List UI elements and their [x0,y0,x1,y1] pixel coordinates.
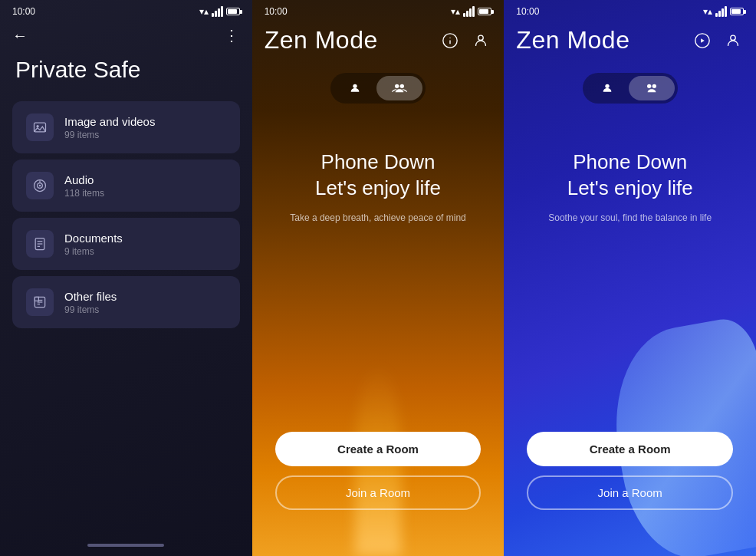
zen-title-3: Zen Mode [516,26,629,54]
svg-point-20 [731,35,735,40]
audio-name: Audio [64,173,104,186]
time-2: 10:00 [265,6,288,17]
menu-item-images[interactable]: Image and videos 99 items [12,101,240,153]
toggle-group-2 [330,73,426,104]
zen-top-bar-3: Zen Mode [504,23,756,54]
back-button[interactable]: ← [12,27,28,44]
zen-main-content-3: Phone Down Let's enjoy life Soothe your … [504,104,756,242]
zen-subtitle-2: Take a deep breath, achieve peace of min… [290,212,466,223]
wifi-icon-1: ▾▴ [199,6,209,17]
zen-profile-icon-3[interactable] [722,30,744,51]
toggle-solo-3[interactable] [586,76,629,100]
join-room-button-2[interactable]: Join a Room [275,475,482,510]
battery-icon-2 [478,8,491,15]
svg-point-4 [39,185,41,187]
zen-buttons-3: Create a Room Join a Room [504,432,756,510]
zen-info-icon-2[interactable] [439,30,461,51]
zen-subtitle-3: Soothe your soul, find the balance in li… [548,212,712,223]
wifi-icon-2: ▾▴ [451,6,460,17]
documents-count: 9 items [64,246,123,257]
zen-profile-icon-2[interactable] [470,30,491,51]
panel-zen-warm: 10:00 ▾▴ Zen Mode [252,0,505,556]
status-bar-1: 10:00 ▾▴ [0,0,252,23]
menu-item-documents[interactable]: Documents 9 items [12,218,240,270]
svg-point-23 [652,84,656,88]
wifi-icon-3: ▾▴ [703,6,712,17]
svg-point-21 [605,84,609,88]
documents-name: Documents [64,232,123,245]
signal-icon-1 [212,6,223,17]
documents-icon [26,230,54,258]
svg-point-22 [647,84,651,88]
images-count: 99 items [64,130,155,140]
more-options-button[interactable]: ⋮ [224,26,240,44]
status-icons-2: ▾▴ [451,6,491,17]
page-title: Private Safe [0,51,252,101]
zen-top-bar-2: Zen Mode [252,23,505,54]
documents-text: Documents 9 items [64,232,123,257]
zen-main-content-2: Phone Down Let's enjoy life Take a deep … [252,104,505,242]
panel-private-safe: 10:00 ▾▴ ← ⋮ Private Safe Imag [0,0,252,556]
battery-icon-1 [226,8,240,15]
create-room-button-2[interactable]: Create a Room [275,432,482,466]
toggle-solo-2[interactable] [334,76,376,100]
audio-icon [26,172,54,199]
zen-headline-3: Phone Down Let's enjoy life [567,150,693,202]
svg-point-18 [400,84,404,88]
status-bar-2: 10:00 ▾▴ [252,0,505,23]
images-text: Image and videos 99 items [64,115,155,140]
create-room-button-3[interactable]: Create a Room [527,432,733,466]
audio-count: 118 items [64,188,104,199]
svg-rect-13 [35,297,38,301]
menu-item-audio[interactable]: Audio 118 items [12,160,240,212]
top-bar-1: ← ⋮ [0,23,252,51]
signal-icon-2 [463,6,475,17]
zen-top-icons-3 [692,30,744,51]
status-bar-3: 10:00 ▾▴ [504,0,756,23]
toggle-group-3 [583,73,678,104]
zen-top-icons-2 [439,30,491,51]
battery-icon-3 [730,8,744,15]
other-files-icon [26,288,54,316]
audio-text: Audio 118 items [64,173,104,199]
status-icons-1: ▾▴ [199,6,240,17]
zen-headline-2: Phone Down Let's enjoy life [315,150,441,202]
menu-item-other[interactable]: Other files 99 items [12,276,240,328]
other-text: Other files 99 items [64,290,117,315]
status-icons-3: ▾▴ [703,6,744,17]
toggle-group-btn-3[interactable] [629,76,675,100]
panel-zen-blue: 10:00 ▾▴ Zen Mode [504,0,756,556]
other-count: 99 items [64,304,117,315]
menu-list: Image and videos 99 items Audio 118 item… [0,101,252,328]
svg-point-1 [36,125,38,127]
home-indicator-1 [87,544,164,547]
signal-icon-3 [715,6,727,17]
images-name: Image and videos [64,115,155,128]
svg-point-16 [353,84,357,88]
time-3: 10:00 [516,6,539,17]
images-icon [26,114,54,141]
zen-title-2: Zen Mode [265,26,378,54]
other-name: Other files [64,290,117,303]
zen-music-icon-3[interactable] [692,30,713,51]
time-1: 10:00 [12,6,35,17]
svg-point-17 [395,84,399,88]
toggle-group-btn-2[interactable] [376,76,422,100]
svg-point-15 [478,35,483,40]
join-room-button-3[interactable]: Join a Room [527,475,733,510]
zen-buttons-2: Create a Room Join a Room [252,432,505,510]
